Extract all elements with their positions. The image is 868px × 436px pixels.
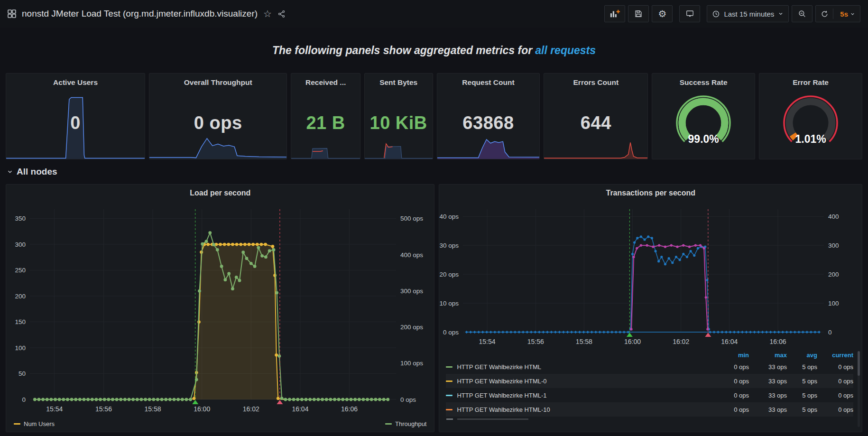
stat-max: 33 ops [749,392,787,399]
col-avg[interactable]: avg [787,352,817,359]
series-toggle[interactable]: HTTP GET Wahlbezirke HTML-1 [446,392,715,399]
legend-table: min max avg current HTTP GET Wahlbezirke… [439,348,862,432]
svg-text:15:54: 15:54 [479,338,496,345]
navbar: nonstd JMeter Load Test (org.md.jmeter.i… [0,0,868,28]
share-icon[interactable] [277,10,286,18]
stat-avg: 5 ops [787,406,817,413]
zoom-out-button[interactable] [792,5,813,22]
panel-transactions-per-second: Transactions per second 0 ops10 ops20 op… [439,184,862,432]
save-icon [634,9,643,18]
svg-text:200: 200 [15,293,26,300]
time-range-picker[interactable]: Last 15 minutes [707,5,789,22]
svg-text:30 ops: 30 ops [440,242,459,249]
series-toggle[interactable]: HTTP GET Wahlbezirke HTML-0 [446,378,715,385]
svg-text:0 ops: 0 ops [443,329,459,336]
stat-avg: 5 ops [787,363,817,371]
series-label: HTTP GET Wahlbezirke HTML-0 [457,378,546,385]
stat-current: 0 ops [817,392,853,399]
add-panel-button[interactable] [604,5,625,22]
svg-text:200: 200 [828,271,839,278]
refresh-button-group[interactable]: 5s [815,5,860,22]
stat-title: Received ... [305,78,346,87]
stat-panel-error-rate[interactable]: Error Rate 1.01% [759,73,862,159]
stat-max: 33 ops [749,363,787,371]
refresh-icon [821,10,829,18]
stat-panel-received-bytes[interactable]: Received ... 21 B [291,73,360,159]
row-toggle-all-nodes[interactable]: All nodes [0,159,868,184]
stat-title: Errors Count [573,78,619,87]
scrollbar-thumb[interactable] [858,351,860,376]
svg-text:15:58: 15:58 [576,338,592,345]
save-dashboard-button[interactable] [628,5,649,22]
panel-title[interactable]: Load per second [6,185,434,202]
svg-text:400: 400 [828,213,839,220]
series-toggle[interactable]: HTTP GET Wahlbezirke HTML [446,363,715,371]
legend-color-dash [14,423,20,425]
col-current[interactable]: current [817,352,853,359]
stat-current: 0 ops [817,406,853,413]
stat-panel-request-count[interactable]: Request Count 63868 [437,73,540,159]
svg-text:300 ops: 300 ops [400,288,423,295]
series-label: HTTP GET Wahlbezirke HTML-10 [457,406,550,413]
stat-panel-active-users[interactable]: Active Users 0 [6,73,145,159]
stat-title: Success Rate [680,78,728,87]
legend-color-dash [385,423,392,425]
dashboard-title: nonstd JMeter Load Test (org.md.jmeter.i… [22,9,258,19]
svg-text:15:56: 15:56 [527,338,544,345]
chart-plot-area[interactable]: 0501001502002503003500 ops100 ops200 ops… [6,202,434,416]
apps-grid-icon[interactable] [8,9,16,18]
col-max[interactable]: max [749,352,787,359]
series-label: HTTP GET Wahlbezirke HTML-1 [457,392,546,399]
svg-text:15:58: 15:58 [145,405,161,413]
legend-color-dash [446,409,452,410]
tv-mode-button[interactable] [679,5,700,22]
svg-text:0: 0 [828,329,832,336]
star-icon[interactable]: ☆ [263,9,272,19]
success-rate-gauge: 99.0% [652,87,755,159]
stat-value: 21 B [306,113,345,133]
legend-table-header: min max avg current [446,350,853,360]
chevron-down-icon [850,11,855,17]
clipped-legend-row [446,417,853,420]
svg-text:16:04: 16:04 [292,405,308,413]
stat-min: 0 ops [715,363,749,371]
refresh-interval-label[interactable]: 5s [840,10,848,18]
col-min[interactable]: min [715,352,749,359]
row-label: All nodes [17,167,57,177]
stat-current: 0 ops [817,363,853,371]
legend-color-dash [446,395,452,396]
svg-text:400 ops: 400 ops [400,251,423,259]
stat-panel-sent-bytes[interactable]: Sent Bytes 10 KiB [364,73,433,159]
chart-plot-area[interactable]: 0 ops10 ops20 ops30 ops40 ops01002003004… [439,202,862,348]
svg-text:350: 350 [15,215,26,222]
stat-value: 644 [581,113,611,133]
zoom-out-icon [798,9,806,18]
settings-button[interactable]: ⚙ [652,5,673,22]
legend-item-num-users[interactable]: Num Users [14,420,55,427]
stat-avg: 5 ops [787,392,817,399]
stat-title: Error Rate [793,78,829,87]
transactions-per-second-chart: 0 ops10 ops20 ops30 ops40 ops01002003004… [439,202,862,348]
charts-row: Load per second 0501001502002503003500 o… [0,184,868,432]
panel-title[interactable]: Transactions per second [439,185,862,202]
stat-min: 0 ops [715,392,749,399]
legend-scrollbar[interactable] [858,351,860,427]
legend-item-throughput[interactable]: Throughput [385,420,427,427]
legend-label: Throughput [395,420,427,427]
series-toggle[interactable]: HTTP GET Wahlbezirke HTML-10 [446,406,715,413]
stat-max: 33 ops [749,406,787,413]
stat-panel-success-rate[interactable]: Success Rate 99.0% [652,73,755,159]
svg-text:40 ops: 40 ops [440,213,459,220]
svg-text:16:04: 16:04 [721,338,738,345]
legend-color-dash [446,366,452,368]
svg-text:15:56: 15:56 [95,405,112,413]
all-requests-link[interactable]: all requests [535,44,596,57]
gauge-value: 99.0% [652,133,755,146]
stat-panel-errors-count[interactable]: Errors Count 644 [544,73,648,159]
stat-panel-overall-throughput[interactable]: Overall Throughput 0 ops [149,73,287,159]
grafana-dashboard: nonstd JMeter Load Test (org.md.jmeter.i… [0,0,868,436]
gauge-value: 1.01% [759,133,862,146]
error-rate-gauge: 1.01% [759,87,862,159]
chevron-down-icon [7,168,13,175]
legend-color-dash [446,380,452,382]
